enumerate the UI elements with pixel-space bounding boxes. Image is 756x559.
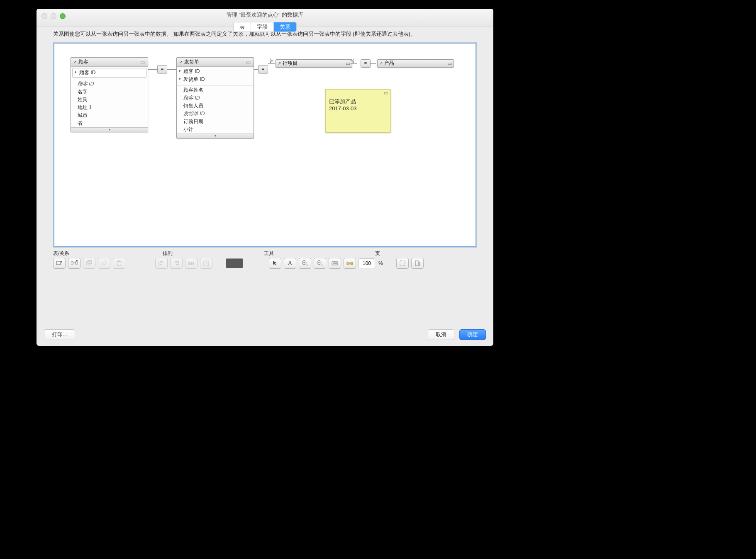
section-tables-label: 表/关系 <box>53 250 163 257</box>
table-menu-icon[interactable]: ▭ <box>140 59 146 64</box>
table-title: 发货单 <box>184 58 244 66</box>
field-row[interactable]: 小计 <box>177 126 254 134</box>
svg-rect-11 <box>176 264 178 265</box>
svg-rect-4 <box>87 262 90 265</box>
field-row[interactable]: 顾客姓名 <box>177 86 254 94</box>
svg-rect-29 <box>400 261 405 266</box>
section-page-label: 页 <box>375 250 477 257</box>
align-right-icon <box>173 260 180 267</box>
relationship-canvas[interactable]: ↗ 顾客 ▭ 顾客 ID 顾客 ID 名字 姓氏 地址 1 城市 省 <box>53 42 477 248</box>
tab-group: 表 字段 关系 <box>233 22 297 32</box>
scroll-down-icon[interactable] <box>71 127 148 132</box>
table-menu-icon[interactable]: ▭ <box>246 59 252 64</box>
table-lineitem[interactable]: ↗ 行项目 ▭ <box>276 59 352 68</box>
close-window-icon[interactable] <box>41 13 47 19</box>
trash-icon <box>116 260 122 267</box>
cancel-button[interactable]: 取消 <box>428 329 454 340</box>
align-left-button[interactable] <box>155 258 168 269</box>
field-row[interactable]: 发货单 ID <box>177 110 254 118</box>
table-invoice[interactable]: ↗ 发货单 ▭ 顾客 ID 发货单 ID 顾客姓名 顾客 ID 销售人员 发货单… <box>176 57 254 139</box>
dialog-window: 管理 "最受欢迎的点心" 的数据库 表 字段 关系 关系图使您可以从一张表访问另… <box>37 9 493 346</box>
text-a-icon: A <box>288 260 293 267</box>
page-breaks-button[interactable] <box>396 258 409 269</box>
selection-tool-button[interactable] <box>269 258 281 269</box>
expand-icon[interactable]: ↗ <box>379 61 383 66</box>
field-row[interactable]: 地址 1 <box>71 104 148 112</box>
page-setup-icon <box>414 260 421 267</box>
add-relationship-button[interactable] <box>68 258 80 269</box>
bottom-toolbar: A 100 % <box>53 258 477 269</box>
field-row[interactable]: 销售人员 <box>177 102 254 110</box>
svg-rect-30 <box>415 261 418 266</box>
field-row[interactable]: 姓氏 <box>71 96 148 104</box>
table-title: 顾客 <box>78 58 139 66</box>
field-row[interactable]: 顾客 ID <box>71 80 148 88</box>
window-title: 管理 "最受欢迎的点心" 的数据库 <box>37 9 493 19</box>
tab-relationships[interactable]: 关系 <box>273 22 296 32</box>
relation-operator[interactable]: = <box>361 59 371 68</box>
text-tool-button[interactable]: A <box>284 258 296 269</box>
field-row[interactable]: 订购日期 <box>177 118 254 126</box>
relation-operator[interactable]: = <box>258 65 268 73</box>
scroll-down-icon[interactable] <box>177 134 254 138</box>
tab-tables[interactable]: 表 <box>234 22 251 32</box>
relation-operator[interactable]: = <box>157 65 167 73</box>
svg-rect-27 <box>351 262 353 265</box>
svg-rect-14 <box>193 262 194 265</box>
expand-icon[interactable]: ↗ <box>178 60 183 64</box>
toolbar-labels: 表/关系 排列 工具 页 <box>53 250 477 257</box>
print-setup-button[interactable] <box>411 258 424 269</box>
relation-line <box>351 63 357 64</box>
pointer-icon <box>272 260 278 267</box>
duplicate-button[interactable] <box>83 258 95 269</box>
svg-line-21 <box>321 264 323 266</box>
svg-rect-0 <box>56 261 61 265</box>
zoom-out-button[interactable] <box>314 258 326 269</box>
sticky-note[interactable]: ▭ 已添加产品 2017-03-03 <box>325 89 391 133</box>
zoom-in-button[interactable] <box>299 258 311 269</box>
crowfoot-icon: ⊰ <box>350 58 355 63</box>
page-breaks-icon <box>399 260 406 267</box>
field-row[interactable]: 城市 <box>71 112 148 119</box>
field-row[interactable]: 名字 <box>71 88 148 96</box>
key-field[interactable]: 发货单 ID <box>177 75 254 83</box>
zoom-window-icon[interactable] <box>60 13 66 19</box>
svg-rect-1 <box>71 262 73 264</box>
table-customers[interactable]: ↗ 顾客 ▭ 顾客 ID 顾客 ID 名字 姓氏 地址 1 城市 省 <box>71 57 148 132</box>
edit-button[interactable] <box>98 258 110 269</box>
ok-button[interactable]: 确定 <box>459 329 486 340</box>
add-table-button[interactable] <box>53 258 66 269</box>
zoom-out-icon <box>317 260 323 267</box>
table-product[interactable]: ↗ 产品 ▭ <box>377 59 454 68</box>
svg-rect-7 <box>160 261 163 262</box>
table-menu-icon[interactable]: ▭ <box>447 61 452 66</box>
section-tools-label: 工具 <box>264 250 375 257</box>
note-line: 2017-03-03 <box>329 105 387 112</box>
select-connected-button[interactable] <box>344 258 356 269</box>
resize-button[interactable] <box>200 258 212 269</box>
note-menu-icon[interactable]: ▭ <box>384 90 389 96</box>
add-relation-icon <box>71 260 78 267</box>
pencil-icon <box>101 260 107 267</box>
minimize-window-icon[interactable] <box>51 13 56 19</box>
field-row[interactable]: 顾客 ID <box>177 94 254 102</box>
note-line: 已添加产品 <box>329 98 387 105</box>
dialog-footer: 打印... 取消 确定 <box>37 323 493 346</box>
note-tool-button[interactable] <box>329 258 341 269</box>
relation-line <box>167 69 176 70</box>
color-swatch[interactable] <box>226 258 243 268</box>
svg-rect-13 <box>190 262 192 265</box>
expand-icon[interactable]: ↗ <box>73 60 77 64</box>
distribute-h-button[interactable] <box>185 258 198 269</box>
delete-button[interactable] <box>113 258 125 269</box>
expand-icon[interactable]: ↗ <box>278 61 281 66</box>
field-row[interactable]: 省 <box>71 119 148 127</box>
align-left-icon <box>158 260 165 267</box>
zoom-value-input[interactable]: 100 <box>358 258 375 268</box>
print-button[interactable]: 打印... <box>44 329 75 340</box>
tab-fields[interactable]: 字段 <box>251 22 273 32</box>
key-field[interactable]: 顾客 ID <box>177 68 254 75</box>
align-right-button[interactable] <box>170 258 183 269</box>
key-field[interactable]: 顾客 ID <box>72 68 146 78</box>
titlebar: 管理 "最受欢迎的点心" 的数据库 表 字段 关系 <box>37 9 493 27</box>
